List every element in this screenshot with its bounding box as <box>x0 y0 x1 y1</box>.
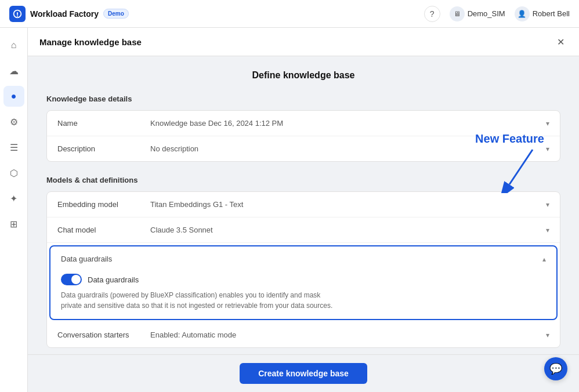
topbar: Workload Factory Demo ? 🖥 Demo_SIM 👤 Rob… <box>0 0 579 28</box>
guardrails-description: Data guardrails (powered by BlueXP class… <box>61 290 339 311</box>
toggle-knob <box>71 275 81 284</box>
embedding-chevron: ▾ <box>546 201 549 209</box>
description-value: No description <box>150 144 546 153</box>
topbar-left: Workload Factory Demo <box>9 6 129 22</box>
panel-body: Define knowledge base Knowledge base det… <box>28 56 579 392</box>
embedding-value: Titan Embeddings G1 - Text <box>150 200 546 209</box>
chat-model-chevron: ▾ <box>546 226 549 234</box>
chat-model-label: Chat model <box>57 226 150 234</box>
sidebar-item-tools[interactable]: ⚙ <box>3 111 24 132</box>
guardrails-toggle-label: Data guardrails <box>88 275 139 284</box>
description-chevron: ▾ <box>546 145 549 153</box>
define-title: Define knowledge base <box>46 70 560 81</box>
embedding-label: Embedding model <box>57 200 150 209</box>
guardrails-toggle[interactable] <box>61 274 82 285</box>
conversation-label: Conversation starters <box>57 331 150 339</box>
guardrails-section-label: Data guardrails <box>61 255 112 263</box>
models-card: Embedding model Titan Embeddings G1 - Te… <box>46 191 560 348</box>
user-org[interactable]: 🖥 Demo_SIM <box>450 6 505 21</box>
sidebar-item-apps[interactable]: ⊞ <box>3 213 24 234</box>
description-row[interactable]: Description No description ▾ <box>47 136 560 161</box>
panel-header: Manage knowledge base ✕ <box>28 28 579 56</box>
kb-details-section-title: Knowledge base details <box>46 95 560 103</box>
chat-bubble-button[interactable]: 💬 <box>544 357 567 380</box>
close-button[interactable]: ✕ <box>553 35 567 49</box>
sidebar-item-cloud[interactable]: ☁ <box>3 60 24 81</box>
models-section-title: Models & chat definitions <box>46 176 560 184</box>
main-layout: ⌂ ☁ ● ⚙ ☰ ⬡ ✦ ⊞ Manage knowledge base ✕ … <box>0 28 579 392</box>
name-chevron: ▾ <box>546 119 549 128</box>
logo-icon <box>9 6 26 22</box>
create-knowledge-base-button[interactable]: Create knowledge base <box>240 363 367 384</box>
sidebar: ⌂ ☁ ● ⚙ ☰ ⬡ ✦ ⊞ <box>0 28 28 392</box>
user-avatar: 👤 <box>515 6 530 21</box>
name-value: Knowledge base Dec 16, 2024 1:12 PM <box>150 119 546 128</box>
demo-badge: Demo <box>103 9 129 19</box>
sidebar-item-list[interactable]: ☰ <box>3 137 24 158</box>
name-row[interactable]: Name Knowledge base Dec 16, 2024 1:12 PM… <box>47 111 560 136</box>
brand-name: Workload Factory <box>30 9 99 19</box>
description-label: Description <box>57 144 150 153</box>
name-label: Name <box>57 119 150 128</box>
guardrails-body: Data guardrails Data guardrails (powered… <box>50 269 556 319</box>
kb-details-card: Name Knowledge base Dec 16, 2024 1:12 PM… <box>46 110 560 162</box>
topbar-right: ? 🖥 Demo_SIM 👤 Robert Bell <box>424 6 570 22</box>
sidebar-item-home[interactable]: ⌂ <box>3 35 24 56</box>
sidebar-item-active[interactable]: ● <box>3 86 24 107</box>
help-icon[interactable]: ? <box>424 6 440 22</box>
conversation-row[interactable]: Conversation starters Enabled: Automatic… <box>47 322 560 347</box>
guardrails-chevron-up: ▴ <box>542 255 546 263</box>
guardrails-toggle-row: Data guardrails <box>61 274 546 285</box>
chat-model-row[interactable]: Chat model Claude 3.5 Sonnet ▾ <box>47 217 560 243</box>
sidebar-item-box[interactable]: ⬡ <box>3 162 24 183</box>
content-area: Manage knowledge base ✕ Define knowledge… <box>28 28 579 392</box>
user-profile[interactable]: 👤 Robert Bell <box>515 6 570 21</box>
conversation-value: Enabled: Automatic mode <box>150 331 546 339</box>
guardrails-header[interactable]: Data guardrails ▴ <box>50 246 556 269</box>
chat-model-value: Claude 3.5 Sonnet <box>150 226 546 234</box>
panel-title: Manage knowledge base <box>39 37 142 47</box>
conversation-chevron: ▾ <box>546 331 549 339</box>
sidebar-item-gear[interactable]: ✦ <box>3 188 24 209</box>
org-icon: 🖥 <box>450 6 465 21</box>
panel-footer: Create knowledge base <box>28 354 579 392</box>
embedding-row[interactable]: Embedding model Titan Embeddings G1 - Te… <box>47 192 560 217</box>
